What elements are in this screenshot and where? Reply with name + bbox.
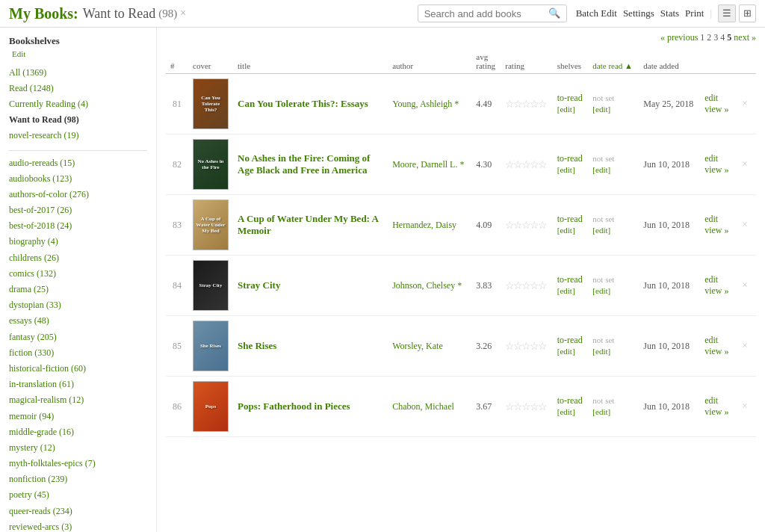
shelf-item[interactable]: historical-fiction (60) <box>9 361 147 377</box>
shelf-item[interactable]: mystery (12) <box>9 440 147 456</box>
view-book-link[interactable]: view » <box>704 346 730 357</box>
shelf-item[interactable]: memoir (94) <box>9 409 147 424</box>
book-title-link[interactable]: Pops: Fatherhood in Pieces <box>238 400 350 412</box>
shelf-item[interactable]: biography (4) <box>9 234 147 250</box>
view-book-link[interactable]: view » <box>704 406 730 418</box>
shelves-cell: to-read [edit] <box>553 74 589 134</box>
next-page-link[interactable]: next » <box>734 32 756 43</box>
shelf-item[interactable]: fiction (330) <box>9 345 147 361</box>
shelf-item[interactable]: authors-of-color (276) <box>9 187 147 202</box>
author-link[interactable]: Young, Ashleigh * <box>392 99 459 109</box>
shelves-edit-link[interactable]: [edit] <box>557 347 575 356</box>
shelf-item[interactable]: dystopian (33) <box>9 297 147 313</box>
book-title-link[interactable]: Can You Tolerate This?: Essays <box>238 98 368 109</box>
shelves-edit-link[interactable]: [edit] <box>557 407 575 416</box>
shelves-edit-link[interactable]: [edit] <box>557 286 575 295</box>
rating-cell: ☆☆☆☆☆ <box>501 316 552 377</box>
grid-view-button[interactable]: ⊞ <box>739 4 756 22</box>
search-input[interactable] <box>424 8 545 19</box>
settings-button[interactable]: Settings <box>623 7 654 19</box>
remove-book-button[interactable]: × <box>739 279 751 291</box>
star-rating[interactable]: ☆☆☆☆☆ <box>505 159 546 170</box>
shelf-item[interactable]: in-translation (61) <box>9 377 147 392</box>
star-rating[interactable]: ☆☆☆☆☆ <box>505 99 546 110</box>
remove-book-button[interactable]: × <box>739 219 751 230</box>
remove-book-button[interactable]: × <box>739 400 751 412</box>
author-link[interactable]: Moore, Darnell L. * <box>392 159 464 170</box>
shelves-edit-link[interactable]: [edit] <box>557 165 575 174</box>
date-read-value: not set <box>592 396 614 405</box>
close-shelf-button[interactable]: × <box>180 7 186 19</box>
edit-book-link[interactable]: edit <box>704 395 730 406</box>
shelf-tag: to-read <box>557 395 583 406</box>
date-read-edit-link[interactable]: [edit] <box>592 347 610 356</box>
date-added-cell: Jun 10, 2018 <box>639 195 700 256</box>
shelves-edit-link[interactable]: [edit] <box>557 226 575 235</box>
remove-book-button[interactable]: × <box>739 98 751 109</box>
shelf-novel-research[interactable]: novel-research (19) <box>9 128 147 143</box>
author-link[interactable]: Hernandez, Daisy <box>392 220 456 230</box>
shelf-item[interactable]: myth-folktales-epics (7) <box>9 456 147 471</box>
star-rating[interactable]: ☆☆☆☆☆ <box>505 401 546 412</box>
current-page: 5 <box>727 32 731 43</box>
author-cell: Johnson, Chelsey * <box>388 256 471 316</box>
stats-button[interactable]: Stats <box>660 7 679 19</box>
book-title-link[interactable]: A Cup of Water Under My Bed: A Memoir <box>238 213 378 236</box>
date-read-edit-link[interactable]: [edit] <box>592 407 610 416</box>
edit-book-link[interactable]: edit <box>704 274 730 285</box>
col-date-read[interactable]: date read ▲ <box>588 49 639 74</box>
author-link[interactable]: Worsley, Kate <box>392 341 443 351</box>
view-book-link[interactable]: view » <box>704 104 730 115</box>
prev-page-link[interactable]: « previous <box>660 32 698 43</box>
edit-book-link[interactable]: edit <box>704 93 730 104</box>
shelf-item[interactable]: magical-realism (12) <box>9 392 147 408</box>
star-rating[interactable]: ☆☆☆☆☆ <box>505 280 546 291</box>
shelf-item[interactable]: audiobooks (123) <box>9 171 147 187</box>
shelf-want-to-read[interactable]: Want to Read (98) <box>9 112 147 128</box>
shelf-item[interactable]: childrens (26) <box>9 250 147 266</box>
shelf-all[interactable]: All (1369) <box>9 65 147 81</box>
date-read-edit-link[interactable]: [edit] <box>592 165 610 174</box>
shelf-item[interactable]: nonfiction (239) <box>9 471 147 487</box>
star-rating[interactable]: ☆☆☆☆☆ <box>505 220 546 231</box>
date-read-edit-link[interactable]: [edit] <box>592 226 610 235</box>
rating-cell: ☆☆☆☆☆ <box>501 195 552 256</box>
star-rating[interactable]: ☆☆☆☆☆ <box>505 341 546 352</box>
print-button[interactable]: Print <box>685 7 704 19</box>
shelf-item[interactable]: best-of-2018 (24) <box>9 218 147 234</box>
author-link[interactable]: Chabon, Michael <box>392 401 454 412</box>
shelf-item[interactable]: queer-reads (234) <box>9 504 147 519</box>
book-title-link[interactable]: She Rises <box>238 340 276 351</box>
view-book-link[interactable]: view » <box>704 285 730 297</box>
batch-edit-button[interactable]: Batch Edit <box>576 7 617 19</box>
shelf-item[interactable]: reviewed-arcs (3) <box>9 519 147 532</box>
author-link[interactable]: Johnson, Chelsey * <box>392 280 462 291</box>
shelf-item[interactable]: poetry (45) <box>9 487 147 503</box>
remove-book-button[interactable]: × <box>739 158 751 170</box>
view-book-link[interactable]: view » <box>704 164 730 176</box>
list-view-button[interactable]: ☰ <box>718 4 736 22</box>
shelf-item[interactable]: drama (25) <box>9 282 147 297</box>
shelf-item[interactable]: middle-grade (16) <box>9 424 147 440</box>
shelf-item[interactable]: essays (48) <box>9 313 147 329</box>
shelf-item[interactable]: comics (132) <box>9 266 147 282</box>
edit-book-link[interactable]: edit <box>704 335 730 346</box>
shelves-edit-link[interactable]: [edit] <box>557 105 575 114</box>
date-read-edit-link[interactable]: [edit] <box>592 105 610 114</box>
shelf-item[interactable]: fantasy (205) <box>9 330 147 345</box>
remove-book-button[interactable]: × <box>739 340 751 351</box>
shelf-currently-reading[interactable]: Currently Reading (4) <box>9 96 147 112</box>
edit-book-link[interactable]: edit <box>704 214 730 225</box>
edit-book-link[interactable]: edit <box>704 153 730 164</box>
book-title-link[interactable]: No Ashes in the Fire: Coming of Age Blac… <box>238 152 370 176</box>
book-title-link[interactable]: Stray City <box>238 279 280 291</box>
shelf-item[interactable]: best-of-2017 (26) <box>9 202 147 218</box>
view-book-link[interactable]: view » <box>704 225 730 236</box>
page-header: My Books: Want to Read (98) × 🔍 Batch Ed… <box>0 0 765 28</box>
shelf-item[interactable]: audio-rereads (15) <box>9 155 147 171</box>
bookshelves-edit-link[interactable]: Edit <box>12 47 147 62</box>
shelf-name-label: Want to Read <box>83 6 156 22</box>
remove-cell: × <box>734 74 756 134</box>
date-read-edit-link[interactable]: [edit] <box>592 286 610 295</box>
shelf-read[interactable]: Read (1248) <box>9 81 147 96</box>
